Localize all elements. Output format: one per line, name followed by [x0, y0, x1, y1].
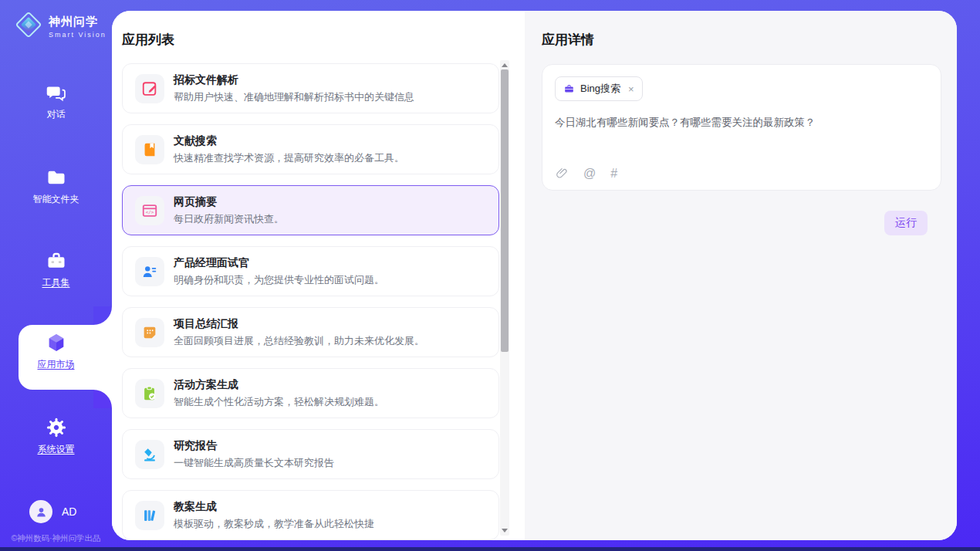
prompt-input-card[interactable]: Bing搜索 × 今日湖北有哪些新闻要点？有哪些需要关注的最新政策？ @#	[542, 64, 941, 191]
app-card-desc: 模板驱动，教案秒成，教学准备从此轻松快捷	[174, 517, 374, 531]
sidebar-item-label: 工具集	[42, 276, 70, 289]
scroll-down-icon[interactable]	[502, 529, 508, 532]
cube-icon	[46, 332, 67, 353]
sidebar-item-smart-folder[interactable]: 智能文件夹	[0, 167, 112, 206]
main-content: 应用列表 招标文件解析 帮助用户快速、准确地理解和解析招标书中的关键信息 文献搜…	[112, 11, 957, 540]
app-detail-title: 应用详情	[542, 31, 941, 49]
app-card-desc: 一键智能生成高质量长文本研究报告	[174, 456, 334, 470]
app-card[interactable]: 产品经理面试官 明确身份和职责，为您提供专业性的面试问题。	[122, 246, 499, 296]
app-card-desc: 明确身份和职责，为您提供专业性的面试问题。	[174, 273, 384, 287]
app-card[interactable]: 活动方案生成 智能生成个性化活动方案，轻松解决规划难题。	[122, 368, 499, 418]
sidebar-item-settings[interactable]: 系统设置	[0, 417, 112, 456]
app-card-name: 产品经理面试官	[174, 256, 384, 270]
app-card[interactable]: 招标文件解析 帮助用户快速、准确地理解和解析招标书中的关键信息	[122, 63, 499, 113]
user-account[interactable]: AD	[29, 500, 76, 523]
app-card[interactable]: </> 网页摘要 每日政府新闻资讯快查。	[122, 185, 499, 235]
scrollbar-thumb[interactable]	[501, 69, 509, 352]
close-icon[interactable]: ×	[628, 83, 634, 95]
app-card-name: 文献搜索	[174, 134, 404, 148]
app-card-desc: 智能生成个性化活动方案，轻松解决规划难题。	[174, 395, 384, 409]
sidebar-item-label: 对话	[47, 108, 66, 121]
gear-icon	[46, 417, 67, 438]
window-bottom-strip	[0, 547, 980, 551]
tool-chip-bing-search[interactable]: Bing搜索 ×	[555, 76, 643, 101]
sidebar-item-label: 系统设置	[38, 443, 75, 456]
run-button[interactable]: 运行	[884, 211, 928, 235]
sidebar-item-label: 应用市场	[38, 358, 75, 371]
app-card-desc: 全面回顾项目进展，总结经验教训，助力未来优化发展。	[174, 334, 424, 348]
sidebar: 神州问学 Smart Vision 对话 智能文件夹 工具集 应用市场 系统设置…	[0, 0, 112, 551]
sidebar-item-label: 智能文件夹	[33, 193, 79, 206]
toolbox-icon	[46, 250, 67, 272]
interviewer-icon	[135, 257, 164, 286]
app-card[interactable]: 文献搜索 快速精准查找学术资源，提高研究效率的必备工具。	[122, 124, 499, 174]
app-card-name: 项目总结汇报	[174, 317, 424, 331]
svg-text:</>: </>	[146, 209, 154, 215]
app-detail-panel: 应用详情 Bing搜索 × 今日湖北有哪些新闻要点？有哪些需要关注的最新政策？ …	[525, 11, 957, 540]
clipboard-check-icon	[135, 379, 164, 408]
diamond-logo-icon	[14, 10, 43, 42]
copyright-footer: ©神州数码·神州问学出品	[0, 533, 112, 544]
bid-doc-icon	[135, 74, 164, 103]
app-card-name: 招标文件解析	[174, 73, 414, 87]
app-card-name: 网页摘要	[174, 195, 284, 209]
sidebar-item-toolset[interactable]: 工具集	[0, 250, 112, 289]
app-card-desc: 帮助用户快速、准确地理解和解析招标书中的关键信息	[174, 90, 414, 104]
book-icon	[135, 135, 164, 164]
app-window: { "brand": { "name": "神州问学", "subtitle":…	[0, 0, 980, 551]
brand-logo: 神州问学 Smart Vision	[14, 10, 106, 42]
prompt-query-text[interactable]: 今日湖北有哪些新闻要点？有哪些需要关注的最新政策？	[555, 116, 928, 130]
app-cards-list: 招标文件解析 帮助用户快速、准确地理解和解析招标书中的关键信息 文献搜索 快速精…	[122, 63, 499, 540]
hash-icon[interactable]: #	[610, 167, 617, 180]
avatar[interactable]	[29, 500, 52, 523]
user-initials: AD	[62, 505, 76, 518]
scroll-up-icon[interactable]	[502, 63, 508, 67]
scrollbar[interactable]	[500, 60, 509, 536]
summary-note-icon	[135, 318, 164, 347]
web-code-icon: </>	[135, 196, 164, 225]
brand-subtitle: Smart Vision	[49, 31, 106, 39]
briefcase-icon	[563, 83, 575, 95]
app-card[interactable]: 项目总结汇报 全面回顾项目进展，总结经验教训，助力未来优化发展。	[122, 307, 499, 357]
app-card-name: 教案生成	[174, 500, 374, 514]
app-card-desc: 每日政府新闻资讯快查。	[174, 212, 284, 226]
paperclip-icon[interactable]	[556, 167, 569, 180]
selected-tab-corner-bottom	[93, 390, 112, 408]
app-card[interactable]: 研究报告 一键智能生成高质量长文本研究报告	[122, 429, 499, 479]
microscope-icon	[135, 440, 164, 469]
app-list-panel: 应用列表 招标文件解析 帮助用户快速、准确地理解和解析招标书中的关键信息 文献搜…	[112, 11, 525, 540]
selected-tab-corner-top	[93, 306, 112, 325]
app-card-desc: 快速精准查找学术资源，提高研究效率的必备工具。	[174, 151, 404, 165]
app-card-name: 活动方案生成	[174, 378, 384, 392]
books-icon	[135, 501, 164, 530]
tool-chip-label: Bing搜索	[580, 82, 620, 96]
sidebar-item-app-market[interactable]: 应用市场	[0, 332, 112, 371]
app-list-title: 应用列表	[122, 31, 174, 49]
composer-toolbar: @#	[556, 167, 617, 180]
folder-icon	[46, 167, 67, 188]
app-card-name: 研究报告	[174, 439, 334, 453]
app-card[interactable]: 教案生成 模板驱动，教案秒成，教学准备从此轻松快捷	[122, 490, 499, 540]
chat-icon	[46, 82, 67, 103]
brand-name: 神州问学	[49, 15, 106, 29]
at-icon[interactable]: @	[583, 167, 596, 180]
sidebar-item-chat[interactable]: 对话	[0, 82, 112, 121]
